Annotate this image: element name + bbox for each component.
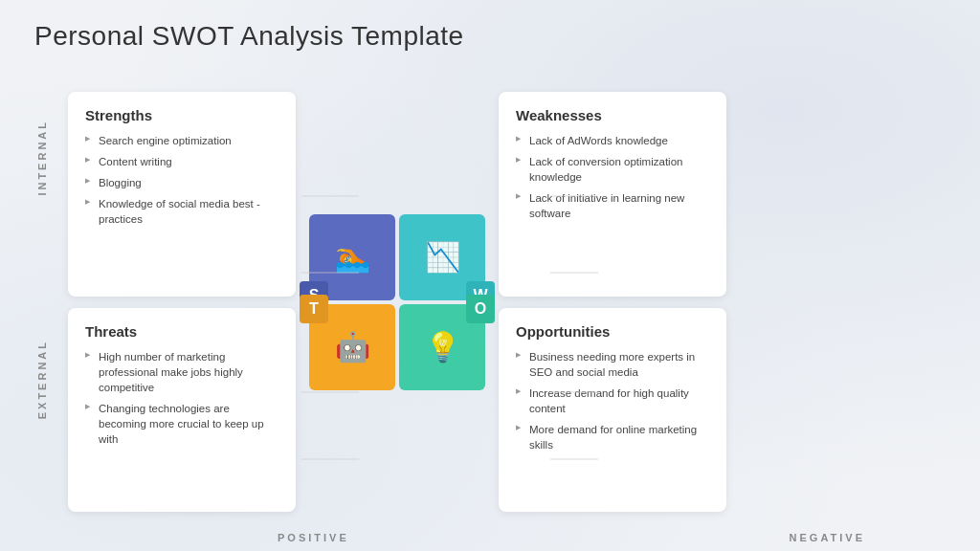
list-item: Business needing more experts in SEO and… (516, 349, 709, 380)
list-item: Knowledge of social media best - practic… (85, 196, 278, 227)
weaknesses-card: Weaknesses Lack of AdWords knowledge Lac… (499, 92, 726, 297)
list-item: Changing technologies are becoming more … (85, 401, 278, 447)
swim-icon: 🏊 (335, 240, 370, 274)
threats-list: High number of marketing professional ma… (85, 349, 278, 448)
label-internal: INTERNAL (36, 120, 48, 196)
weaknesses-heading: Weaknesses (516, 107, 709, 123)
puzzle-cell-w: 📉 W (399, 214, 485, 300)
puzzle-label-t: T (300, 295, 328, 323)
opportunities-card: Opportunities Business needing more expe… (499, 308, 726, 513)
strengths-card: Strengths Search engine optimization Con… (68, 92, 296, 297)
threats-heading: Threats (85, 323, 278, 340)
label-external: EXTERNAL (36, 340, 48, 419)
puzzle-grid: 🏊 S 📉 W 🤖 T 💡 (309, 214, 485, 390)
list-item: Blogging (85, 175, 278, 190)
bulb-icon: 💡 (425, 330, 460, 364)
weaknesses-list: Lack of AdWords knowledge Lack of conver… (516, 133, 709, 221)
puzzle-cell-s: 🏊 S (309, 214, 395, 300)
list-item: More demand for online marketing skills (516, 422, 709, 452)
list-item: Lack of AdWords knowledge (516, 133, 709, 148)
puzzle-cell-t: 🤖 T (309, 304, 395, 390)
puzzle-cell-o: 💡 O (399, 304, 485, 390)
threats-card: Threats High number of marketing profess… (68, 308, 296, 513)
list-item: High number of marketing professional ma… (85, 349, 278, 395)
page-title: Personal SWOT Analysis Template (34, 21, 464, 52)
robot-icon: 🤖 (335, 330, 370, 364)
center-puzzle: 🏊 S 📉 W 🤖 T 💡 (301, 86, 493, 518)
list-item: Increase demand for high quality content (516, 386, 709, 416)
list-item: Content writing (85, 154, 278, 169)
opportunities-list: Business needing more experts in SEO and… (516, 349, 709, 453)
swot-layout: Strengths Search engine optimization Con… (62, 86, 970, 518)
puzzle-label-o: O (466, 295, 495, 323)
strengths-list: Search engine optimization Content writi… (85, 133, 278, 227)
chart-icon: 📉 (425, 240, 460, 274)
label-positive: POSITIVE (278, 532, 349, 543)
label-negative: NEGATIVE (790, 532, 865, 543)
opportunities-heading: Opportunities (516, 323, 709, 340)
strengths-heading: Strengths (85, 107, 278, 123)
list-item: Lack of initiative in learning new softw… (516, 190, 709, 221)
list-item: Lack of conversion optimization knowledg… (516, 154, 709, 185)
list-item: Search engine optimization (85, 133, 278, 148)
